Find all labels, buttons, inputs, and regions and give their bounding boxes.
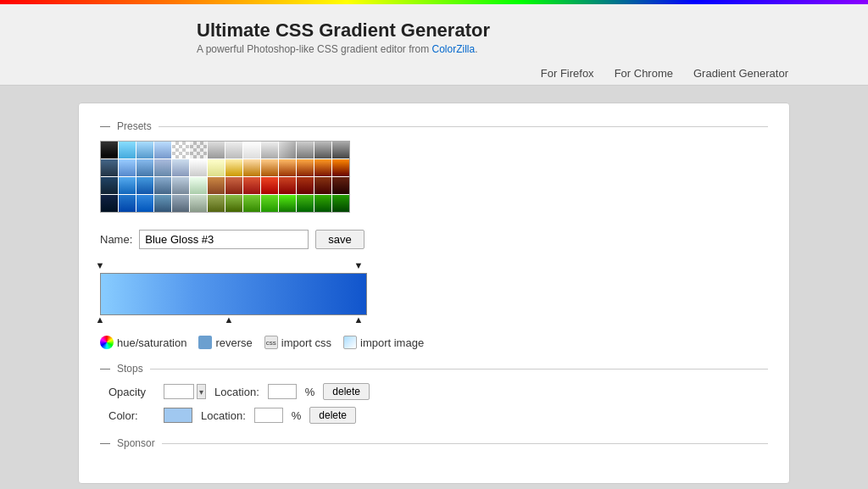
name-input[interactable] [139,230,309,249]
actions-row: hue/saturation reverse css import css im… [100,336,768,349]
preset-cell[interactable] [172,159,189,176]
colorzilla-link[interactable]: ColorZilla [431,43,475,55]
color-location-input[interactable] [254,408,283,423]
preset-cell[interactable] [225,159,242,176]
preset-cell[interactable] [136,195,153,212]
import-css-action[interactable]: css import css [264,336,331,349]
preset-cell[interactable] [119,142,136,158]
color-stop-right[interactable] [354,315,363,325]
nav-gradient-generator[interactable]: Gradient Generator [683,62,798,85]
preset-cell[interactable] [243,142,260,158]
import-image-label: import image [360,336,424,349]
opacity-stop-left[interactable] [96,261,104,271]
preset-cell[interactable] [297,142,314,158]
import-image-action[interactable]: import image [343,336,424,349]
hue-saturation-label: hue/saturation [117,336,186,349]
preset-cell[interactable] [332,195,349,212]
header-subtitle: A powerful Photoshop-like CSS gradient e… [197,43,790,55]
gradient-bar[interactable] [100,273,367,315]
opacity-delete-button[interactable]: delete [323,383,370,400]
preset-cell[interactable] [119,177,136,194]
reverse-action[interactable]: reverse [198,336,252,349]
opacity-control: ▾ [164,384,206,399]
hue-icon [100,336,114,349]
preset-cell[interactable] [314,195,331,212]
color-swatch[interactable] [164,408,192,423]
color-label: Color: [108,409,155,422]
opacity-stops-container [100,261,367,273]
preset-cell[interactable] [190,142,207,158]
preset-cell[interactable] [172,142,189,158]
presets-grid[interactable] [100,141,350,213]
preset-cell[interactable] [332,177,349,194]
opacity-pct-label: % [305,386,315,398]
preset-cell[interactable] [243,195,260,212]
preset-cell[interactable] [243,159,260,176]
preset-cell[interactable] [208,177,225,194]
preset-cell[interactable] [225,142,242,158]
opacity-arrow-button[interactable]: ▾ [197,384,206,399]
preset-cell[interactable] [261,177,278,194]
preset-cell[interactable] [154,159,171,176]
preset-cell[interactable] [297,177,314,194]
preset-cell[interactable] [297,159,314,176]
color-stop-row: Color: Location: % delete [100,407,768,424]
preset-cell[interactable] [225,195,242,212]
preset-cell[interactable] [314,177,331,194]
preset-cell[interactable] [261,195,278,212]
preset-cell[interactable] [243,177,260,194]
preset-cell[interactable] [190,177,207,194]
preset-cell[interactable] [208,142,225,158]
preset-cell[interactable] [119,159,136,176]
preset-cell[interactable] [101,177,118,194]
save-button[interactable]: save [315,230,364,249]
preset-cell[interactable] [279,177,296,194]
nav-for-chrome[interactable]: For Chrome [604,62,683,85]
preset-cell[interactable] [314,159,331,176]
opacity-stop-right[interactable] [354,261,363,271]
preset-cell[interactable] [279,195,296,212]
opacity-label: Opacity [108,386,155,398]
opacity-value-box[interactable] [164,384,194,399]
hue-saturation-action[interactable]: hue/saturation [100,336,186,349]
stops-divider-line [150,369,768,370]
preset-cell[interactable] [225,177,242,194]
reverse-label: reverse [215,336,252,349]
preset-cell[interactable] [332,142,349,158]
preset-cell[interactable] [279,142,296,158]
preset-cell[interactable] [314,142,331,158]
color-delete-button[interactable]: delete [309,407,356,424]
preset-cell[interactable] [208,195,225,212]
color-stop-left[interactable] [96,315,104,325]
preset-cell[interactable] [154,177,171,194]
preset-cell[interactable] [101,142,118,158]
opacity-location-input[interactable] [268,384,297,399]
page-title: Ultimate CSS Gradient Generator [197,19,790,42]
preset-cell[interactable] [119,195,136,212]
nav-for-firefox[interactable]: For Firefox [531,62,604,85]
opacity-stop-row: Opacity ▾ Location: % delete [100,383,768,400]
preset-cell[interactable] [136,142,153,158]
preset-cell[interactable] [154,195,171,212]
sponsor-section-header: — Sponsor [100,437,768,449]
preset-cell[interactable] [136,177,153,194]
preset-cell[interactable] [332,159,349,176]
preset-cell[interactable] [101,195,118,212]
presets-dash: — [100,120,110,132]
color-stop-mid[interactable] [225,315,233,325]
main-container: — Presets [61,103,807,484]
preset-cell[interactable] [261,159,278,176]
preset-cell[interactable] [261,142,278,158]
preset-cell[interactable] [190,159,207,176]
preset-cell[interactable] [279,159,296,176]
preset-cell[interactable] [136,159,153,176]
preset-cell[interactable] [172,177,189,194]
preset-cell[interactable] [101,159,118,176]
presets-divider-line [159,126,768,127]
preset-cell[interactable] [297,195,314,212]
preset-cell[interactable] [208,159,225,176]
preset-cell[interactable] [190,195,207,212]
import-css-label: import css [281,336,331,349]
preset-cell[interactable] [154,142,171,158]
preset-cell[interactable] [172,195,189,212]
